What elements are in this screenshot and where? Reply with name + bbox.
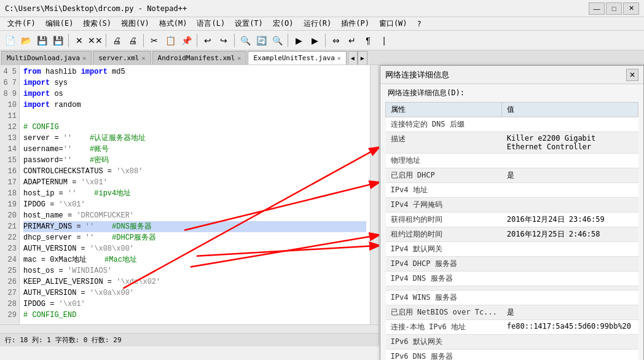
menu-settings[interactable]: 设置(T) <box>230 17 268 30</box>
value-cell <box>502 154 638 168</box>
table-row: 连接特定的 DNS 后缀 <box>386 117 638 132</box>
new-button[interactable]: 📄 <box>2 33 17 48</box>
menu-language[interactable]: 语言(L) <box>192 17 230 30</box>
save-all-button[interactable]: 💾 <box>50 33 65 48</box>
tab-close-serverxml[interactable]: ✕ <box>141 55 145 61</box>
col-value: 值 <box>502 103 638 117</box>
title-bar: C:\Users\Msi\Desktop\drcom.py - Notepad+… <box>0 0 644 17</box>
main-area: 4 5 6 7 8 9 10 11 12 13 14 15 16 17 18 1… <box>0 65 644 346</box>
code-content[interactable]: from hashlib import md5import sysimport … <box>20 65 370 346</box>
value-cell <box>502 291 638 305</box>
table-row: IPv6 默认网关 <box>386 335 638 350</box>
panel-table-container[interactable]: 属性 值 连接特定的 DNS 后缀描述Killer e2200 Gigabit … <box>385 102 638 360</box>
close-all-button[interactable]: ✕✕ <box>88 33 103 48</box>
table-row <box>386 286 638 291</box>
save-button[interactable]: 💾 <box>34 33 49 48</box>
menu-search[interactable]: 搜索(S) <box>78 17 116 30</box>
print-button[interactable]: 🖨 <box>109 33 124 48</box>
value-cell: 2016年12月25日 2:46:58 <box>502 227 638 242</box>
maximize-button[interactable]: □ <box>606 2 622 15</box>
network-table: 属性 值 连接特定的 DNS 后缀描述Killer e2200 Gigabit … <box>385 102 638 360</box>
tab-serverxml[interactable]: server.xml ✕ <box>93 51 151 65</box>
table-row: 租约过期的时间2016年12月25日 2:46:58 <box>386 227 638 242</box>
tab-label-exampleunit: ExampleUnitTest.java <box>253 54 334 62</box>
value-cell <box>502 198 638 213</box>
table-row: IPv4 DHCP 服务器 <box>386 257 638 272</box>
tab-label-serverxml: server.xml <box>98 54 139 62</box>
panel-title-text: 网络连接详细信息 <box>385 69 626 80</box>
property-cell <box>386 286 502 291</box>
table-row: 描述Killer e2200 Gigabit Ethernet Controll… <box>386 132 638 154</box>
find-button[interactable]: 🔍 <box>238 33 253 48</box>
menu-plugins[interactable]: 插件(P) <box>336 17 374 30</box>
menu-window[interactable]: 窗口(W) <box>374 17 412 30</box>
toolbar-sep-3 <box>143 34 144 47</box>
table-row: IPv4 WINS 服务器 <box>386 291 638 305</box>
undo-button[interactable]: ↩ <box>200 33 215 48</box>
property-cell: 获得租约的时间 <box>386 213 502 227</box>
col-property: 属性 <box>386 103 502 117</box>
window-close-button[interactable]: ✕ <box>623 2 639 15</box>
close-button[interactable]: ✕ <box>72 33 87 48</box>
menu-macro[interactable]: 宏(O) <box>268 17 299 30</box>
tab-androidmanifest[interactable]: AndroidManifest.xml ✕ <box>152 51 247 65</box>
property-cell: 租约过期的时间 <box>386 227 502 242</box>
table-row: IPv4 子网掩码 <box>386 198 638 213</box>
menu-format[interactable]: 格式(M) <box>154 17 192 30</box>
cut-button[interactable]: ✂ <box>147 33 162 48</box>
tab-close-multidownload[interactable]: ✕ <box>82 55 86 61</box>
run-button[interactable]: ▶ <box>307 33 322 48</box>
tab-bar: MultiDownload.java ✕ server.xml ✕ Androi… <box>0 50 644 65</box>
sync-scroll-button[interactable]: ⇔ <box>329 33 344 48</box>
replace-button[interactable]: 🔄 <box>254 33 269 48</box>
menu-run[interactable]: 运行(R) <box>299 17 337 30</box>
redo-button[interactable]: ↪ <box>216 33 231 48</box>
status-info: 行: 18 列: 1 字符数: 0 行数: 29 <box>5 335 122 345</box>
table-row: IPv4 默认网关 <box>386 242 638 257</box>
value-cell <box>502 257 638 272</box>
window-controls: — □ ✕ <box>589 2 639 15</box>
all-chars-button[interactable]: ¶ <box>361 33 375 48</box>
tab-close-exampleunit[interactable]: ✕ <box>337 55 341 61</box>
toolbar-sep-6 <box>288 34 288 47</box>
macro-button[interactable]: ▶ <box>291 33 306 48</box>
copy-button[interactable]: 📋 <box>163 33 178 48</box>
menu-bar: 文件(F) 编辑(E) 搜索(S) 视图(V) 格式(M) 语言(L) 设置(T… <box>0 17 644 31</box>
scrollbar-vertical[interactable] <box>370 65 379 346</box>
toolbar-sep-7 <box>325 34 326 47</box>
tab-exampleunit[interactable]: ExampleUnitTest.java ✕ <box>248 51 346 65</box>
panel-close-x-button[interactable]: ✕ <box>626 69 638 81</box>
table-row: 获得租约的时间2016年12月24日 23:46:59 <box>386 213 638 227</box>
table-row: IPv4 地址 <box>386 183 638 198</box>
property-cell: 描述 <box>386 132 502 154</box>
tab-multidownload[interactable]: MultiDownload.java ✕ <box>1 51 92 65</box>
value-cell <box>502 272 638 286</box>
toolbar-sep-1 <box>68 34 69 47</box>
paste-button[interactable]: 📌 <box>179 33 194 48</box>
property-cell: IPv6 默认网关 <box>386 335 502 350</box>
menu-help[interactable]: ? <box>412 18 426 29</box>
value-cell <box>502 117 638 132</box>
indent-guide-button[interactable]: | <box>377 33 391 48</box>
value-cell <box>502 350 638 361</box>
scrollbar-horizontal[interactable] <box>0 324 379 333</box>
print-now-button[interactable]: 🖨 <box>125 33 140 48</box>
value-cell: 2016年12月24日 23:46:59 <box>502 213 638 227</box>
table-row: 已启用 DHCP是 <box>386 168 638 183</box>
minimize-button[interactable]: — <box>589 2 605 15</box>
tab-scroll-right[interactable]: ▶ <box>358 51 367 65</box>
word-wrap-button[interactable]: ↵ <box>345 33 359 48</box>
zoom-in-button[interactable]: 🔍 <box>270 33 285 48</box>
tab-close-androidmanifest[interactable]: ✕ <box>237 55 241 61</box>
property-cell: IPv4 DNS 服务器 <box>386 272 502 286</box>
open-button[interactable]: 📂 <box>18 33 33 48</box>
menu-edit[interactable]: 编辑(E) <box>41 17 79 30</box>
menu-file[interactable]: 文件(F) <box>2 17 41 30</box>
menu-view[interactable]: 视图(V) <box>116 17 154 30</box>
tab-scroll-left[interactable]: ◀ <box>348 51 358 65</box>
property-cell: IPv4 子网掩码 <box>386 198 502 213</box>
value-cell <box>502 286 638 291</box>
value-cell: 是 <box>502 305 638 320</box>
property-cell: 连接-本地 IPv6 地址 <box>386 320 502 335</box>
table-row: 物理地址 <box>386 154 638 168</box>
